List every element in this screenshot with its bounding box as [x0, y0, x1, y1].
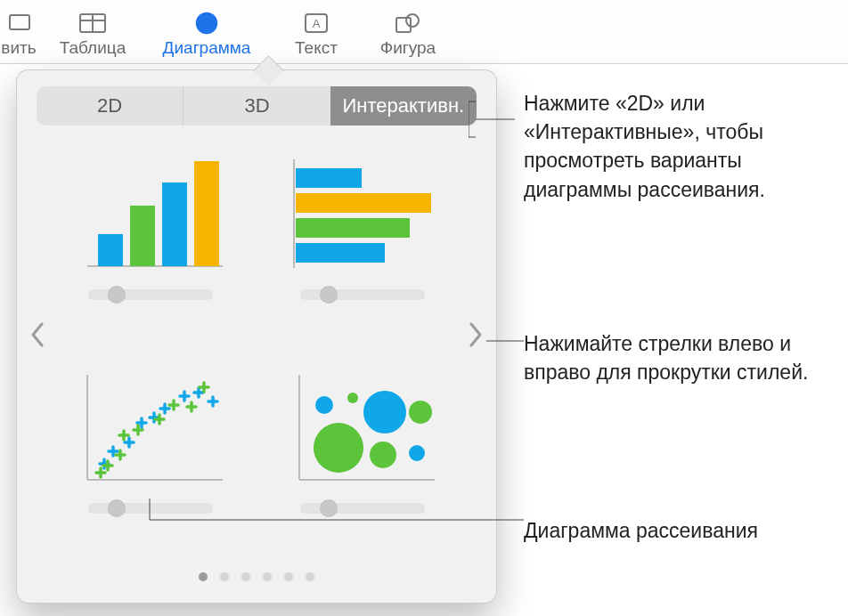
toolbar-label: Диаграмма — [163, 38, 251, 58]
toolbar-chart[interactable]: Диаграмма — [141, 6, 273, 63]
svg-rect-17 — [296, 218, 410, 238]
svg-rect-18 — [296, 243, 385, 263]
svg-rect-16 — [296, 193, 431, 213]
seg-3d[interactable]: 3D — [183, 86, 330, 126]
page-dot[interactable] — [306, 572, 314, 581]
svg-point-25 — [370, 442, 396, 468]
toolbar-insert[interactable]: вить — [0, 6, 45, 63]
seg-interactive[interactable]: Интерактивн. — [330, 86, 477, 126]
svg-rect-12 — [162, 182, 187, 266]
callout-scatter: Диаграмма рассеивания — [524, 516, 844, 545]
page-dot[interactable] — [199, 572, 208, 581]
svg-point-23 — [314, 423, 363, 473]
column-chart-icon — [75, 152, 226, 277]
chart-option-bar[interactable] — [279, 152, 446, 339]
page-dots — [17, 572, 496, 581]
page-dot[interactable] — [241, 572, 250, 581]
svg-point-29 — [409, 445, 425, 461]
segmented-control: 2D 3D Интерактивн. — [37, 86, 477, 126]
toolbar-label: Текст — [295, 38, 338, 58]
toolbar: вить Таблица Диаграмма A Текст Фигура — [0, 0, 848, 64]
callout-text: Нажимайте стрелки влево и вправо для про… — [524, 332, 808, 384]
chart-icon — [194, 10, 219, 36]
bubble-chart-icon — [287, 366, 438, 490]
svg-rect-15 — [296, 168, 362, 188]
callout-segments: Нажмите «2D» или «Интерактивные», чтобы … — [524, 89, 836, 204]
toolbar-label: вить — [1, 38, 36, 58]
svg-point-24 — [363, 391, 406, 434]
svg-rect-11 — [130, 206, 155, 266]
style-slider[interactable] — [88, 289, 213, 300]
svg-rect-10 — [98, 234, 123, 266]
svg-rect-0 — [10, 15, 29, 29]
toolbar-label: Таблица — [60, 38, 126, 58]
table-icon — [79, 10, 106, 36]
chart-option-column[interactable] — [67, 152, 234, 339]
page-dot[interactable] — [284, 572, 293, 581]
svg-point-8 — [406, 14, 419, 27]
seg-2d[interactable]: 2D — [37, 86, 183, 126]
svg-point-27 — [315, 396, 333, 414]
insert-icon — [6, 10, 31, 36]
page-dot[interactable] — [263, 572, 272, 581]
svg-text:A: A — [313, 17, 321, 30]
chevron-right-icon[interactable] — [462, 312, 489, 357]
callout-text: Диаграмма рассеивания — [524, 519, 758, 542]
page-dot[interactable] — [220, 572, 229, 581]
scatter-chart-icon — [75, 366, 226, 490]
svg-rect-13 — [194, 161, 219, 266]
callout-text: Нажмите «2D» или «Интерактивные», чтобы … — [524, 92, 765, 201]
callout-arrows: Нажимайте стрелки влево и вправо для про… — [524, 329, 836, 386]
svg-point-26 — [409, 401, 432, 424]
svg-point-28 — [347, 393, 358, 403]
toolbar-table[interactable]: Таблица — [45, 6, 141, 63]
toolbar-label: Фигура — [380, 38, 436, 58]
text-icon: A — [304, 10, 329, 36]
toolbar-text[interactable]: A Текст — [273, 6, 360, 63]
chevron-left-icon[interactable] — [24, 312, 51, 357]
bar-chart-icon — [287, 152, 438, 277]
style-slider[interactable] — [300, 289, 425, 300]
toolbar-shape[interactable]: Фигура — [360, 6, 456, 63]
shape-icon — [395, 10, 421, 36]
